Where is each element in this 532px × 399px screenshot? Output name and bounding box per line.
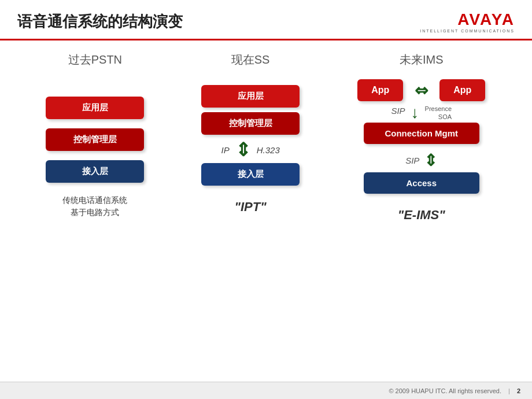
sip-label-top: SIP: [391, 106, 405, 116]
header: 语音通信系统的结构演变 AVAYA INTELLIGENT COMMUNICAT…: [0, 0, 532, 40]
ims-title: 未来IMS: [400, 52, 444, 68]
ip-h323-row: IP ⇕ H.323: [221, 142, 280, 158]
ipt-app-layer: 应用层: [201, 85, 300, 108]
access-box: Access: [364, 172, 479, 194]
ip-label: IP: [221, 145, 230, 155]
ims-main: App ⇔ App SIP ↓ Presence SOA Connection …: [358, 79, 485, 198]
ipt-control-layer: 控制管理层: [201, 112, 300, 135]
h-arrow-icon: ⇔: [415, 81, 428, 100]
pstn-access-layer: 接入层: [46, 160, 144, 183]
ipt-title: 现在SS: [231, 52, 270, 68]
ims-app2: App: [439, 79, 485, 101]
col-pstn: 过去PSTN 应用层 控制管理层 接入层 传统电话通信系统 基于电路方式: [17, 52, 173, 223]
footer-divider: |: [508, 387, 510, 394]
connection-mgmt: Connection Mgmt: [364, 123, 479, 144]
pstn-app-layer: 应用层: [46, 97, 144, 119]
main-content: 过去PSTN 应用层 控制管理层 接入层 传统电话通信系统 基于电路方式 现在S…: [0, 40, 532, 228]
col-ipt: 现在SS 应用层 控制管理层 IP ⇕ H.323 接入层 "IPT": [173, 52, 328, 223]
sip-label-bottom: SIP: [405, 156, 419, 165]
col-ims: 未来IMS App ⇔ App SIP ↓ Presence SOA: [328, 52, 515, 223]
pstn-title: 过去PSTN: [68, 52, 122, 68]
footer: © 2009 HUAPU ITC. All rights reserved. |…: [0, 382, 532, 399]
sip-arrow-row: SIP ⇕: [405, 151, 437, 170]
slide-title: 语音通信系统的结构演变: [17, 12, 183, 32]
ipt-arrow: ⇕: [235, 142, 251, 158]
page-number: 2: [517, 387, 520, 394]
pstn-control-layer: 控制管理层: [46, 128, 144, 151]
ipt-quote: "IPT": [235, 200, 267, 215]
ims-app1: App: [357, 79, 403, 101]
avaya-tagline: INTELLIGENT COMMUNICATIONS: [420, 29, 515, 33]
ud-arrow-icon: ⇕: [424, 151, 437, 170]
h323-label: H.323: [257, 145, 280, 155]
logo-area: AVAYA INTELLIGENT COMMUNICATIONS: [420, 10, 515, 33]
footer-copyright: © 2009 HUAPU ITC. All rights reserved.: [389, 387, 501, 394]
sip-presence-row: SIP ↓ Presence SOA: [358, 105, 485, 121]
pstn-caption: 传统电话通信系统 基于电路方式: [62, 194, 127, 219]
ims-quote: "E-IMS": [398, 208, 445, 223]
avaya-logo: AVAYA: [457, 10, 515, 29]
presence-soa: Presence SOA: [425, 105, 452, 121]
app-row: App ⇔ App: [357, 79, 485, 101]
ipt-access-layer: 接入层: [201, 163, 300, 186]
down-arrow-icon: ↓: [411, 105, 419, 121]
